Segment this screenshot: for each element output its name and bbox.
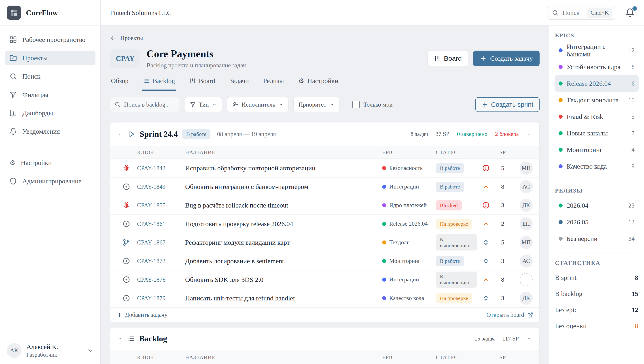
- table-row[interactable]: CPAY-1842 Исправить обработку повторной …: [110, 159, 539, 177]
- epic-dot: [558, 115, 562, 119]
- table-row[interactable]: CPAY-1867 Рефакторинг модуля валидации к…: [110, 233, 539, 252]
- tab-releases[interactable]: Релизы: [262, 76, 285, 91]
- user-menu[interactable]: АК Алексей К. Разработчик: [0, 337, 100, 364]
- create-sprint-button[interactable]: Создать sprint: [476, 97, 540, 112]
- assignee-filter-dropdown[interactable]: Исполнитель: [227, 97, 288, 112]
- priority-high-icon: [482, 183, 489, 190]
- epic-count: 15: [628, 96, 634, 104]
- type-filter-dropdown[interactable]: Тип: [185, 97, 222, 112]
- only-mine-checkbox[interactable]: Только мои: [352, 101, 392, 108]
- priority-high-icon: [482, 276, 489, 283]
- epic-dot: [382, 185, 386, 189]
- task-icon: [122, 183, 130, 191]
- status-badge: В работе: [436, 182, 464, 192]
- user-icon: [232, 101, 238, 108]
- right-sidebar: EPICS Интеграции с банками12 Устойчивост…: [549, 26, 644, 364]
- create-task-button[interactable]: Создать задачу: [473, 51, 540, 66]
- more-menu-icon[interactable]: [526, 335, 533, 342]
- sprint-card: Sprint 24.4 В работе 08 апреля — 19 апре…: [110, 122, 540, 322]
- epic-item[interactable]: Fraud & Risk5: [554, 108, 639, 125]
- sidebar-item-dashboards[interactable]: Дашборды: [5, 106, 96, 120]
- sidebar-item-label: Фильтры: [22, 91, 48, 98]
- funnel-icon: [10, 91, 17, 98]
- epic-dot: [382, 259, 386, 263]
- table-row[interactable]: CPAY-1876 Обновить SDK для 3DS 2.0 Интег…: [110, 270, 539, 289]
- release-item[interactable]: Без версии34: [554, 230, 639, 247]
- board-button[interactable]: Board: [428, 51, 468, 66]
- status-badge: На проверке: [436, 293, 472, 303]
- status-badge: В работе: [436, 163, 464, 173]
- backlog-sp-total: 117 SP: [502, 335, 519, 342]
- epic-item[interactable]: Техдолг монолита15: [554, 92, 639, 108]
- release-item[interactable]: 2026.0512: [554, 214, 639, 230]
- table-row[interactable]: CPAY-1855 Bug в расчёте rollback после t…: [110, 196, 539, 215]
- sidebar-item-label: Рабочее пространство: [22, 36, 86, 43]
- collapse-chevron-icon[interactable]: [116, 131, 123, 137]
- search-icon: [552, 10, 558, 16]
- tab-overview[interactable]: Обзор: [110, 76, 130, 91]
- sidebar-item-label: Поиск: [22, 73, 40, 80]
- task-icon: [122, 220, 130, 228]
- breadcrumb[interactable]: Проекты: [110, 34, 540, 42]
- table-row[interactable]: CPAY-1879 Написать unit-тесты для refund…: [110, 289, 539, 307]
- assignee-avatar: МП: [520, 162, 533, 174]
- table-row[interactable]: CPAY-1872 Добавить логирование в settlem…: [110, 252, 539, 270]
- priority-high-icon: [482, 221, 489, 227]
- tab-board[interactable]: Board: [188, 76, 216, 91]
- sidebar-item-filters[interactable]: Фильтры: [5, 87, 96, 102]
- git-branch-icon: [122, 239, 130, 246]
- epic-item[interactable]: Интеграции с банками12: [554, 42, 639, 59]
- tab-tasks[interactable]: Задачи: [228, 76, 250, 91]
- stat-value: 12: [632, 306, 638, 314]
- tab-backlog[interactable]: Backlog: [142, 76, 176, 91]
- gear-icon: ⚙: [298, 77, 304, 84]
- app-logo: [7, 6, 21, 20]
- sidebar-item-admin[interactable]: Администрирование: [5, 174, 96, 189]
- table-row[interactable]: CPAY-1849 Обновить интеграцию с банком-п…: [110, 177, 539, 196]
- plus-icon: [482, 101, 488, 108]
- sidebar-item-settings[interactable]: ⚙ Настройки: [5, 155, 96, 170]
- epic-item[interactable]: Качество кода9: [554, 158, 639, 174]
- page-title: Core Payments: [147, 48, 246, 60]
- status-badge: К выполнению: [436, 272, 477, 288]
- release-item[interactable]: 2026.0423: [554, 197, 639, 214]
- add-task-link[interactable]: Добавить задачу: [116, 311, 168, 318]
- sprint-done-count: 0 завершено: [457, 131, 487, 137]
- releases-panel-title: РЕЛИЗЫ: [555, 187, 638, 194]
- epic-dot: [382, 278, 386, 282]
- list-icon: [128, 335, 135, 342]
- checkbox[interactable]: [352, 101, 360, 108]
- sidebar-item-label: Дашборды: [22, 109, 53, 117]
- stat-row: Без оценки8: [555, 318, 638, 334]
- main-content: Проекты CPAY Core Payments Backlog проек…: [100, 26, 549, 364]
- sidebar-item-search[interactable]: Поиск: [5, 69, 96, 84]
- sidebar-item-workspace[interactable]: Рабочее пространство: [5, 32, 96, 47]
- assignee-avatar: ЕН: [520, 217, 533, 230]
- epic-item[interactable]: Мониторинг4: [554, 141, 639, 158]
- epic-item[interactable]: Устойчивость ядра8: [554, 59, 639, 75]
- sidebar-item-notifications[interactable]: Уведомления: [5, 124, 96, 139]
- shield-icon: [10, 177, 17, 185]
- priority-filter-dropdown[interactable]: Приоритет: [294, 97, 340, 112]
- priority-medium-icon: [482, 239, 490, 246]
- search-shortcut: Cmd+K: [588, 8, 612, 18]
- epic-item-selected[interactable]: Release 2026.046: [554, 75, 639, 92]
- app-logo-row: CoreFlow: [0, 0, 100, 26]
- table-row[interactable]: CPAY-1861 Подготовить проверку release 2…: [110, 215, 539, 233]
- epic-count: 12: [628, 47, 634, 54]
- global-search[interactable]: Поиск Cmd+K: [547, 6, 616, 20]
- sidebar-item-label: Настройки: [21, 159, 52, 166]
- tab-settings[interactable]: ⚙ Настройки: [297, 76, 339, 91]
- more-menu-icon[interactable]: [526, 131, 533, 137]
- notifications-button[interactable]: [625, 8, 634, 18]
- sidebar-item-projects[interactable]: Проекты: [5, 51, 96, 65]
- external-link-icon: [527, 312, 533, 318]
- collapse-chevron-icon[interactable]: [116, 335, 123, 342]
- open-board-link[interactable]: Открыть board: [486, 311, 533, 318]
- user-name: Алексей К.: [26, 343, 58, 350]
- epic-dot: [382, 166, 386, 170]
- list-icon: [143, 77, 150, 84]
- epic-item[interactable]: Новые каналы7: [554, 125, 639, 141]
- stat-row: В sprint8: [555, 270, 638, 286]
- assignee-avatar: АС: [520, 180, 533, 193]
